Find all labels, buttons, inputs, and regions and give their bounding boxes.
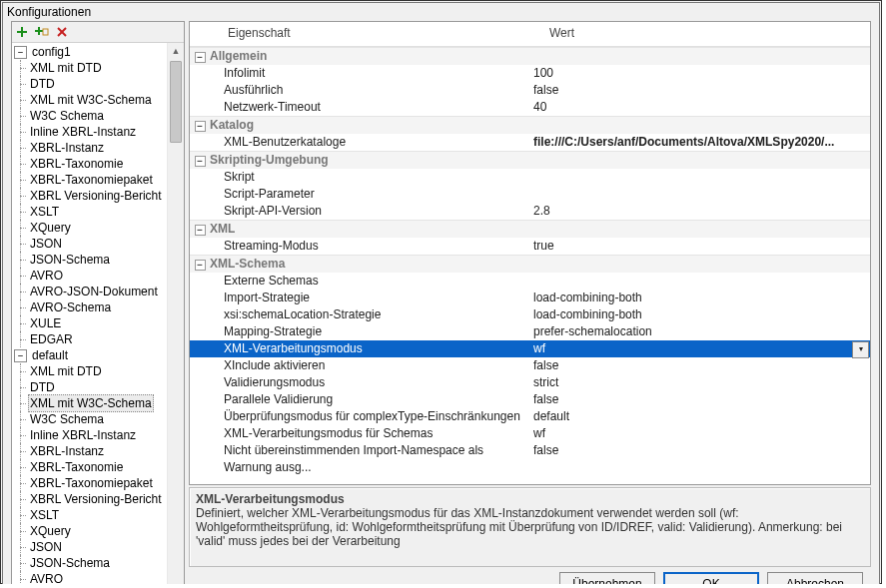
tree-item[interactable]: XML mit DTD [12,60,167,76]
property-row[interactable]: Netzwerk-Timeout40 [190,99,870,116]
apply-button[interactable]: Übernehmen [559,572,655,584]
tree-item-label[interactable]: XBRL-Instanz [28,140,106,156]
property-row[interactable]: XML-Verarbeitungsmodus für Schemaswf [190,425,870,442]
property-row[interactable]: XInclude aktivierenfalse [190,357,870,374]
tree-item-label[interactable]: XQuery [28,220,73,236]
property-row[interactable]: XML-Benutzerkatalogefile:///C:/Users/anf… [190,134,870,151]
tree-item[interactable]: XBRL-Taxonomie [12,156,167,172]
tree-item-label[interactable]: XSLT [28,507,61,523]
tree-item-label[interactable]: W3C Schema [28,411,106,427]
tree-item-label[interactable]: DTD [28,379,57,395]
tree-item[interactable]: XML mit DTD [12,363,167,379]
tree-item-label[interactable]: XBRL-Taxonomie [28,459,125,475]
tree-item-label[interactable]: XML mit DTD [28,60,104,76]
property-row[interactable]: Nicht übereinstimmenden Import-Namespace… [190,442,870,459]
tree-item-label[interactable]: W3C Schema [28,108,106,124]
tree-item-label[interactable]: XBRL Versioning-Bericht [28,188,164,204]
tree-item[interactable]: XML mit W3C-Schema [12,395,167,411]
tree-item[interactable]: AVRO-Schema [12,299,167,315]
tree-item-label[interactable]: Inline XBRL-Instanz [28,427,138,443]
property-value[interactable]: load-combining-both [533,290,870,306]
property-row[interactable]: Validierungsmodusstrict [190,374,870,391]
group-row[interactable]: −XML-Schema [190,255,870,273]
property-row[interactable]: Externe Schemas [190,273,870,290]
tree-item[interactable]: AVRO [12,571,167,584]
tree-item-label[interactable]: AVRO-Schema [28,299,113,315]
property-value[interactable] [533,273,870,290]
tree-item[interactable]: XSLT [12,507,167,523]
tree-item[interactable]: W3C Schema [12,411,167,427]
scroll-thumb[interactable] [170,61,182,143]
tree-item-label[interactable]: XML mit DTD [28,363,104,379]
tree-item[interactable]: XBRL-Taxonomiepaket [12,172,167,188]
tree-item-label[interactable]: XBRL Versioning-Bericht [28,491,164,507]
tree-item[interactable]: AVRO [12,268,167,284]
delete-icon[interactable] [55,25,69,39]
property-value[interactable]: true [533,238,870,255]
property-value[interactable]: wf▾ [533,340,870,357]
add-icon[interactable] [15,25,29,39]
tree-item-label[interactable]: EDGAR [28,331,75,347]
property-row[interactable]: Skript [190,169,870,186]
tree-item-label[interactable]: XBRL-Taxonomie [28,156,125,172]
property-value[interactable]: default [533,408,870,425]
tree-item[interactable]: JSON [12,236,167,252]
property-value[interactable]: file:///C:/Users/anf/Documents/Altova/XM… [533,134,870,151]
tree-root-label[interactable]: default [30,347,70,363]
collapse-icon[interactable]: − [195,225,206,236]
property-value[interactable]: wf [533,425,870,442]
property-row[interactable]: Skript-API-Version2.8 [190,203,870,220]
tree-item-label[interactable]: XBRL-Taxonomiepaket [28,172,155,188]
tree-item[interactable]: XBRL Versioning-Bericht [12,491,167,507]
property-value[interactable]: strict [533,374,870,391]
tree-item[interactable]: DTD [12,76,167,92]
config-tree[interactable]: −config1XML mit DTDDTDXML mit W3C-Schema… [12,43,167,584]
tree-item[interactable]: DTD [12,379,167,395]
property-row[interactable]: Parallele Validierungfalse [190,391,870,408]
tree-item[interactable]: XBRL Versioning-Bericht [12,188,167,204]
property-row[interactable]: Überprüfungsmodus für complexType-Einsch… [190,408,870,425]
ok-button[interactable]: OK [663,572,759,584]
property-value[interactable]: load-combining-both [533,306,870,323]
property-value[interactable] [533,169,870,186]
collapse-icon[interactable]: − [195,260,206,271]
tree-item-label[interactable]: JSON-Schema [28,252,112,268]
tree-item[interactable]: XBRL-Instanz [12,140,167,156]
property-row[interactable]: Import-Strategieload-combining-both [190,290,870,306]
property-row[interactable]: xsi:schemaLocation-Strategieload-combini… [190,306,870,323]
property-value[interactable]: false [533,442,870,459]
property-value[interactable]: 2.8 [533,203,870,220]
property-row[interactable]: XML-Verarbeitungsmoduswf▾ [190,340,870,357]
group-row[interactable]: −XML [190,220,870,238]
tree-item-label[interactable]: XULE [28,315,63,331]
collapse-icon[interactable]: − [195,156,206,167]
tree-item-label[interactable]: XQuery [28,523,73,539]
property-value[interactable]: false [533,357,870,374]
tree-item[interactable]: JSON [12,539,167,555]
property-row[interactable]: Ausführlichfalse [190,82,870,99]
tree-item[interactable]: JSON-Schema [12,252,167,268]
collapse-icon[interactable]: − [195,52,206,63]
tree-item-label[interactable]: JSON-Schema [28,555,112,571]
tree-item-label[interactable]: DTD [28,76,57,92]
tree-root[interactable]: −config1 [12,44,167,60]
tree-item-label[interactable]: XBRL-Instanz [28,443,106,459]
tree-item-label[interactable]: JSON [28,236,64,252]
tree-item[interactable]: EDGAR [12,331,167,347]
property-value[interactable]: 100 [533,65,870,82]
tree-scrollbar[interactable]: ▲ ▼ [167,43,184,584]
add-copy-icon[interactable] [35,25,49,39]
group-row[interactable]: −Allgemein [190,47,870,65]
tree-item-label[interactable]: XBRL-Taxonomiepaket [28,475,155,491]
tree-root-label[interactable]: config1 [30,44,73,60]
tree-item[interactable]: XBRL-Taxonomie [12,459,167,475]
tree-root[interactable]: −default [12,347,167,363]
tree-item[interactable]: W3C Schema [12,108,167,124]
collapse-icon[interactable]: − [14,349,27,362]
property-row[interactable]: Script-Parameter [190,186,870,203]
dropdown-icon[interactable]: ▾ [852,341,869,358]
property-row[interactable]: Mapping-Strategieprefer-schemalocation [190,323,870,340]
property-value[interactable] [533,186,870,203]
property-value[interactable]: false [533,391,870,408]
tree-item-label[interactable]: JSON [28,539,64,555]
